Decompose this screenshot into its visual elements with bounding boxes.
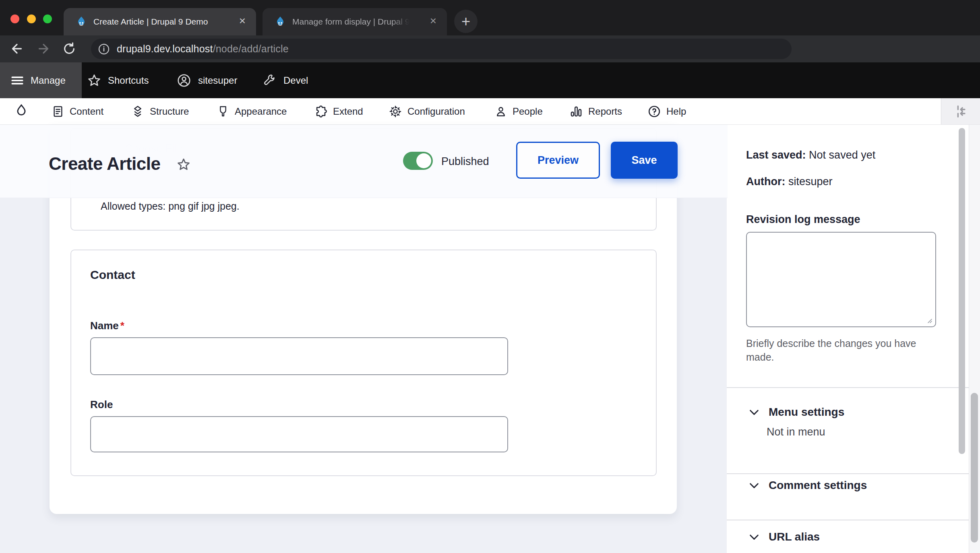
drupal-favicon (274, 15, 287, 28)
tab-create-article[interactable]: Create Article | Drupal 9 Demo × (64, 8, 256, 35)
tab-title: Create Article | Drupal 9 Demo (93, 17, 208, 27)
toolbar-orientation-toggle[interactable] (941, 98, 980, 124)
drupal-favicon (75, 15, 88, 28)
toolbar-extend[interactable]: Extend (314, 98, 363, 124)
extend-puzzle-icon (314, 105, 328, 118)
reports-chart-icon (569, 105, 583, 118)
site-info-icon[interactable] (97, 43, 110, 56)
menu-settings-accordion[interactable]: Menu settings (748, 406, 844, 419)
revision-help-text: Briefly describe the changes you have ma… (746, 336, 927, 364)
tab-close-icon[interactable]: × (236, 15, 249, 28)
name-input[interactable] (90, 337, 508, 375)
url-text: drupal9.dev.localhost/node/add/article (117, 43, 289, 55)
favorite-star-icon[interactable] (176, 157, 191, 172)
required-asterisk: * (120, 320, 124, 332)
published-label: Published (441, 155, 489, 168)
role-input[interactable] (90, 416, 508, 452)
minimize-window-button[interactable] (27, 14, 36, 23)
contact-heading: Contact (90, 268, 135, 282)
url-alias-accordion[interactable]: URL alias (748, 530, 820, 543)
tab-close-icon[interactable]: × (427, 15, 440, 28)
admin-bar-devel[interactable]: Devel (263, 62, 308, 98)
drupal-toolbar: Content Structure Appearance Extend Conf… (0, 98, 980, 125)
toolbar-structure[interactable]: Structure (131, 98, 189, 124)
comment-settings-accordion[interactable]: Comment settings (748, 479, 867, 492)
chevron-down-icon (748, 406, 761, 419)
shortcuts-star-icon (87, 73, 101, 88)
toolbar-configuration[interactable]: Configuration (389, 98, 465, 124)
close-window-button[interactable] (10, 14, 19, 23)
sidebar-divider (727, 387, 969, 388)
reload-icon[interactable] (60, 39, 79, 58)
author-line: Author: sitesuper (746, 175, 833, 188)
menu-settings-summary: Not in menu (767, 426, 825, 438)
published-toggle[interactable] (403, 152, 433, 170)
window-scrollbar[interactable] (969, 125, 980, 553)
chevron-down-icon (748, 530, 761, 543)
sidebar-scrollbar[interactable] (959, 128, 965, 454)
people-icon (494, 105, 507, 118)
sidebar-divider (727, 473, 969, 474)
contact-fieldset: Contact Name* Role (70, 250, 657, 476)
save-button[interactable]: Save (611, 142, 678, 179)
sidebar-divider (727, 520, 969, 520)
back-icon[interactable] (7, 39, 27, 58)
name-label: Name* (90, 320, 124, 332)
vertical-orientation-icon (953, 103, 969, 120)
admin-bar-manage[interactable]: Manage (0, 62, 82, 98)
maximize-window-button[interactable] (43, 14, 52, 23)
drupal-admin-bar: Manage Shortcuts sitesuper Devel (0, 62, 980, 98)
preview-button[interactable]: Preview (516, 142, 600, 179)
forward-icon[interactable] (34, 39, 53, 58)
browser-address-bar: drupal9.dev.localhost/node/add/article 1… (0, 35, 980, 62)
hamburger-icon (10, 74, 24, 87)
toolbar-help[interactable]: Help (647, 98, 686, 124)
allowed-types-text: Allowed types: png gif jpg jpeg. (101, 200, 240, 212)
user-icon (176, 73, 192, 88)
toolbar-reports[interactable]: Reports (569, 98, 622, 124)
drupal-home-icon[interactable] (14, 103, 29, 119)
last-saved-line: Last saved: Not saved yet (746, 149, 875, 161)
revision-log-textarea[interactable] (746, 232, 936, 327)
window-scrollbar-thumb[interactable] (971, 393, 978, 543)
admin-bar-shortcuts[interactable]: Shortcuts (87, 62, 149, 98)
appearance-icon (217, 105, 229, 118)
toolbar-appearance[interactable]: Appearance (217, 98, 287, 124)
url-input[interactable]: drupal9.dev.localhost/node/add/article (91, 39, 792, 59)
toolbar-people[interactable]: People (494, 98, 543, 124)
help-icon (647, 105, 661, 118)
page-content: Choose File No file chosen One file only… (0, 125, 980, 553)
page-title: Create Article (49, 154, 161, 174)
role-label: Role (90, 398, 113, 411)
browser-tab-bar: Create Article | Drupal 9 Demo × Manage … (0, 0, 980, 35)
wrench-icon (263, 73, 277, 88)
toolbar-content[interactable]: Content (52, 98, 103, 124)
content-icon (52, 105, 64, 118)
node-meta-sidebar: Last saved: Not saved yet Author: sitesu… (727, 125, 969, 553)
tab-title: Manage form display | Drupal 9 (292, 17, 409, 27)
sticky-form-header: Create Article Published Preview Save (0, 125, 728, 198)
tab-manage-form-display[interactable]: Manage form display | Drupal 9 × (263, 8, 447, 35)
revision-log-label: Revision log message (746, 213, 860, 226)
admin-bar-user[interactable]: sitesuper (176, 62, 237, 98)
structure-icon (131, 105, 145, 118)
chevron-down-icon (748, 479, 761, 492)
new-tab-button[interactable]: + (454, 10, 478, 33)
gear-icon (389, 105, 402, 118)
resize-handle-icon[interactable] (926, 317, 933, 324)
